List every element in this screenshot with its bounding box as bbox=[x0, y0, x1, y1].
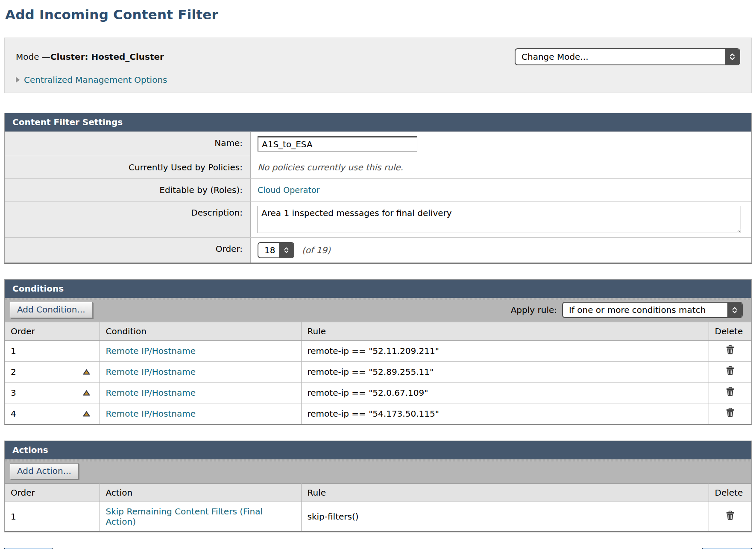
description-row: Description: bbox=[5, 201, 751, 237]
select-spinner-icon[interactable] bbox=[727, 303, 742, 317]
content-filter-settings-panel: Content Filter Settings Name: Currently … bbox=[4, 113, 752, 264]
editable-roles-link[interactable]: Cloud Operator bbox=[258, 185, 319, 195]
condition-link[interactable]: Remote IP/Hostname bbox=[106, 388, 196, 398]
actions-table: Order Action Rule Delete 1 Skip Remainin… bbox=[5, 483, 751, 531]
conditions-col-condition: Condition bbox=[100, 322, 301, 341]
condition-link[interactable]: Remote IP/Hostname bbox=[106, 346, 196, 356]
settings-panel-header: Content Filter Settings bbox=[5, 113, 751, 131]
editable-label: Editable by (Roles): bbox=[5, 179, 251, 201]
apply-rule-select-value: If one or more conditions match bbox=[563, 305, 727, 315]
actions-col-action: Action bbox=[100, 484, 301, 502]
actions-panel-header: Actions bbox=[5, 441, 751, 459]
add-action-button[interactable]: Add Action... bbox=[10, 463, 79, 479]
condition-order: 4 bbox=[11, 409, 16, 419]
delete-icon[interactable] bbox=[726, 366, 735, 376]
expand-triangle-icon[interactable] bbox=[16, 77, 20, 83]
change-mode-select[interactable]: Change Mode... bbox=[515, 48, 740, 65]
condition-rule: remote-ip == "52.0.67.109" bbox=[308, 388, 428, 398]
conditions-col-rule: Rule bbox=[301, 322, 709, 341]
conditions-panel: Conditions Add Condition... Apply rule: … bbox=[4, 279, 752, 425]
mode-box: Mode —Cluster: Hosted_Cluster Change Mod… bbox=[4, 38, 752, 93]
apply-rule-label: Apply rule: bbox=[511, 305, 557, 315]
conditions-col-order: Order bbox=[5, 322, 100, 341]
mode-label: Mode — bbox=[16, 52, 50, 62]
actions-toolbar: Add Action... bbox=[5, 459, 751, 483]
apply-rule-select[interactable]: If one or more conditions match bbox=[562, 302, 743, 318]
name-input[interactable] bbox=[258, 136, 417, 152]
conditions-panel-header: Conditions bbox=[5, 280, 751, 298]
table-row: 3 Remote IP/Hostname remote-ip == "52.0.… bbox=[5, 383, 751, 403]
order-label: Order: bbox=[5, 238, 251, 263]
mode-text: Mode —Cluster: Hosted_Cluster bbox=[16, 48, 164, 62]
action-link[interactable]: Skip Remaining Content Filters (Final Ac… bbox=[106, 506, 263, 527]
order-select[interactable]: 18 bbox=[258, 242, 294, 258]
table-row: 2 Remote IP/Hostname remote-ip == "52.89… bbox=[5, 362, 751, 383]
condition-order: 1 bbox=[11, 346, 16, 356]
order-total: (of 19) bbox=[302, 245, 331, 255]
condition-rule: remote-ip == "54.173.50.115" bbox=[308, 409, 439, 419]
condition-link[interactable]: Remote IP/Hostname bbox=[106, 409, 196, 419]
condition-order: 3 bbox=[11, 388, 16, 398]
select-spinner-icon[interactable] bbox=[279, 243, 293, 257]
editable-row: Editable by (Roles): Cloud Operator bbox=[5, 178, 751, 201]
condition-link[interactable]: Remote IP/Hostname bbox=[106, 367, 196, 377]
actions-panel: Actions Add Action... Order Action Rule … bbox=[4, 441, 752, 532]
conditions-table: Order Condition Rule Delete 1 Remote IP/… bbox=[5, 322, 751, 424]
table-row: 4 Remote IP/Hostname remote-ip == "54.17… bbox=[5, 403, 751, 424]
centralized-management-options-link[interactable]: Centralized Management Options bbox=[24, 75, 167, 85]
mode-value: Cluster: Hosted_Cluster bbox=[50, 52, 164, 62]
policies-value: No policies currently use this rule. bbox=[258, 162, 403, 172]
description-label: Description: bbox=[5, 201, 251, 237]
condition-rule: remote-ip == "52.89.255.11" bbox=[308, 367, 434, 377]
select-spinner-icon[interactable] bbox=[725, 49, 739, 64]
page-title: Add Incoming Content Filter bbox=[5, 7, 752, 22]
name-row: Name: bbox=[5, 131, 751, 156]
add-condition-button[interactable]: Add Condition... bbox=[10, 302, 93, 318]
delete-icon[interactable] bbox=[726, 387, 735, 397]
action-rule: skip-filters() bbox=[308, 511, 359, 522]
condition-rule: remote-ip == "52.11.209.211" bbox=[308, 346, 439, 356]
change-mode-select-value: Change Mode... bbox=[516, 52, 725, 62]
actions-col-order: Order bbox=[5, 484, 100, 502]
delete-icon[interactable] bbox=[726, 511, 735, 520]
conditions-toolbar: Add Condition... Apply rule: If one or m… bbox=[5, 298, 751, 322]
delete-icon[interactable] bbox=[726, 345, 735, 355]
delete-icon[interactable] bbox=[726, 408, 735, 418]
description-textarea[interactable] bbox=[258, 206, 741, 233]
move-up-icon[interactable] bbox=[83, 390, 90, 396]
move-up-icon[interactable] bbox=[83, 369, 90, 375]
order-select-value: 18 bbox=[258, 245, 279, 255]
move-up-icon[interactable] bbox=[83, 411, 90, 417]
table-row: 1 Remote IP/Hostname remote-ip == "52.11… bbox=[5, 341, 751, 362]
policies-row: Currently Used by Policies: No policies … bbox=[5, 156, 751, 178]
actions-col-rule: Rule bbox=[301, 484, 709, 502]
actions-col-delete: Delete bbox=[709, 484, 751, 502]
condition-order: 2 bbox=[11, 367, 16, 377]
name-label: Name: bbox=[5, 132, 251, 156]
action-order: 1 bbox=[11, 511, 16, 522]
conditions-col-delete: Delete bbox=[709, 322, 751, 341]
table-row: 1 Skip Remaining Content Filters (Final … bbox=[5, 502, 751, 531]
policies-label: Currently Used by Policies: bbox=[5, 156, 251, 178]
order-row: Order: 18 (of 19) bbox=[5, 237, 751, 263]
